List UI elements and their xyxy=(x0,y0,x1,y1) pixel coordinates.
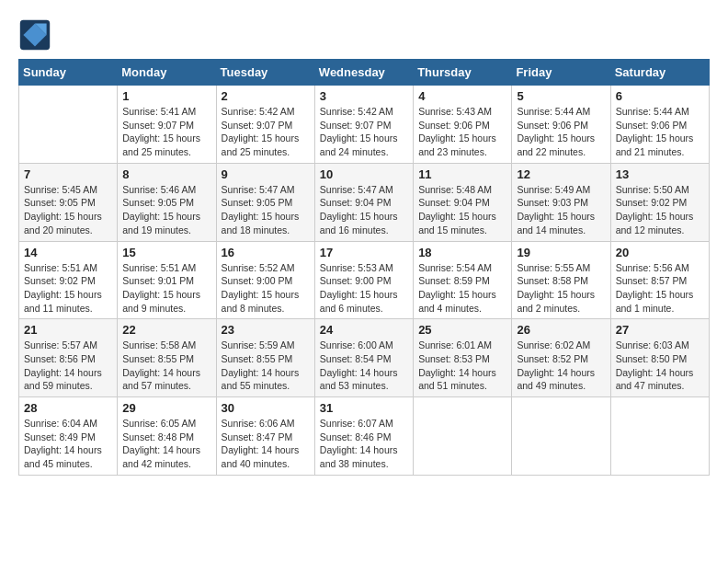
calendar-cell xyxy=(19,86,118,164)
calendar-week-row: 21Sunrise: 5:57 AM Sunset: 8:56 PM Dayli… xyxy=(19,319,710,397)
day-number: 15 xyxy=(122,246,210,259)
day-info: Sunrise: 5:44 AM Sunset: 9:06 PM Dayligh… xyxy=(517,105,605,159)
calendar-cell: 26Sunrise: 6:02 AM Sunset: 8:52 PM Dayli… xyxy=(512,319,610,397)
day-number: 24 xyxy=(320,323,408,337)
day-info: Sunrise: 5:43 AM Sunset: 9:06 PM Dayligh… xyxy=(418,105,506,159)
day-info: Sunrise: 6:00 AM Sunset: 8:54 PM Dayligh… xyxy=(320,339,408,393)
day-info: Sunrise: 5:52 AM Sunset: 9:00 PM Dayligh… xyxy=(222,261,310,316)
day-number: 22 xyxy=(122,323,210,337)
day-info: Sunrise: 5:51 AM Sunset: 9:02 PM Dayligh… xyxy=(24,261,112,316)
calendar-cell: 29Sunrise: 6:05 AM Sunset: 8:48 PM Dayli… xyxy=(118,397,216,476)
day-header-wednesday: Wednesday xyxy=(314,60,413,86)
day-info: Sunrise: 5:48 AM Sunset: 9:04 PM Dayligh… xyxy=(418,183,506,237)
day-info: Sunrise: 5:46 AM Sunset: 9:05 PM Dayligh… xyxy=(122,183,210,237)
calendar-cell: 16Sunrise: 5:52 AM Sunset: 9:00 PM Dayli… xyxy=(216,241,314,319)
logo xyxy=(18,18,55,52)
day-number: 11 xyxy=(418,167,506,181)
calendar-cell: 20Sunrise: 5:56 AM Sunset: 8:57 PM Dayli… xyxy=(610,241,709,319)
calendar-cell xyxy=(512,397,610,476)
day-number: 17 xyxy=(320,246,408,259)
calendar-cell: 25Sunrise: 6:01 AM Sunset: 8:53 PM Dayli… xyxy=(414,319,512,397)
day-number: 1 xyxy=(122,89,210,103)
day-number: 10 xyxy=(320,167,408,181)
day-number: 30 xyxy=(222,401,310,415)
day-header-friday: Friday xyxy=(512,60,610,86)
calendar-cell: 2Sunrise: 5:42 AM Sunset: 9:07 PM Daylig… xyxy=(216,86,314,164)
day-info: Sunrise: 5:56 AM Sunset: 8:57 PM Dayligh… xyxy=(616,261,704,316)
day-info: Sunrise: 6:01 AM Sunset: 8:53 PM Dayligh… xyxy=(418,339,506,393)
day-header-saturday: Saturday xyxy=(610,60,709,86)
day-info: Sunrise: 5:53 AM Sunset: 9:00 PM Dayligh… xyxy=(320,261,408,316)
day-number: 20 xyxy=(616,246,704,259)
calendar-cell: 4Sunrise: 5:43 AM Sunset: 9:06 PM Daylig… xyxy=(414,86,512,164)
calendar-cell xyxy=(414,397,512,476)
day-number: 4 xyxy=(418,89,506,103)
day-number: 8 xyxy=(122,167,210,181)
day-number: 13 xyxy=(616,167,704,181)
calendar-cell: 7Sunrise: 5:45 AM Sunset: 9:05 PM Daylig… xyxy=(19,163,118,241)
day-info: Sunrise: 5:51 AM Sunset: 9:01 PM Dayligh… xyxy=(122,261,210,316)
day-number: 18 xyxy=(418,246,506,259)
calendar-cell: 8Sunrise: 5:46 AM Sunset: 9:05 PM Daylig… xyxy=(118,163,216,241)
calendar-cell: 28Sunrise: 6:04 AM Sunset: 8:49 PM Dayli… xyxy=(19,397,118,476)
calendar-week-row: 1Sunrise: 5:41 AM Sunset: 9:07 PM Daylig… xyxy=(19,86,710,164)
day-info: Sunrise: 5:47 AM Sunset: 9:05 PM Dayligh… xyxy=(222,183,310,237)
day-info: Sunrise: 6:03 AM Sunset: 8:50 PM Dayligh… xyxy=(616,339,704,393)
day-header-monday: Monday xyxy=(118,60,216,86)
calendar-week-row: 7Sunrise: 5:45 AM Sunset: 9:05 PM Daylig… xyxy=(19,163,710,241)
day-info: Sunrise: 6:06 AM Sunset: 8:47 PM Dayligh… xyxy=(222,417,310,471)
day-info: Sunrise: 6:05 AM Sunset: 8:48 PM Dayligh… xyxy=(122,417,210,471)
day-info: Sunrise: 5:47 AM Sunset: 9:04 PM Dayligh… xyxy=(320,183,408,237)
calendar-week-row: 14Sunrise: 5:51 AM Sunset: 9:02 PM Dayli… xyxy=(19,241,710,319)
day-number: 28 xyxy=(24,401,112,415)
day-number: 19 xyxy=(517,246,605,259)
day-info: Sunrise: 5:41 AM Sunset: 9:07 PM Dayligh… xyxy=(122,105,210,159)
day-number: 2 xyxy=(222,89,310,103)
calendar-cell: 3Sunrise: 5:42 AM Sunset: 9:07 PM Daylig… xyxy=(314,86,413,164)
calendar-cell: 18Sunrise: 5:54 AM Sunset: 8:59 PM Dayli… xyxy=(414,241,512,319)
calendar-cell: 6Sunrise: 5:44 AM Sunset: 9:06 PM Daylig… xyxy=(610,86,709,164)
calendar-cell: 5Sunrise: 5:44 AM Sunset: 9:06 PM Daylig… xyxy=(512,86,610,164)
calendar-cell: 1Sunrise: 5:41 AM Sunset: 9:07 PM Daylig… xyxy=(118,86,216,164)
day-header-tuesday: Tuesday xyxy=(216,60,314,86)
calendar-cell: 24Sunrise: 6:00 AM Sunset: 8:54 PM Dayli… xyxy=(314,319,413,397)
calendar-cell: 14Sunrise: 5:51 AM Sunset: 9:02 PM Dayli… xyxy=(19,241,118,319)
day-header-sunday: Sunday xyxy=(19,60,118,86)
calendar-cell: 27Sunrise: 6:03 AM Sunset: 8:50 PM Dayli… xyxy=(610,319,709,397)
day-info: Sunrise: 5:54 AM Sunset: 8:59 PM Dayligh… xyxy=(418,261,506,316)
logo-icon xyxy=(18,18,51,52)
day-number: 16 xyxy=(222,246,310,259)
day-info: Sunrise: 5:57 AM Sunset: 8:56 PM Dayligh… xyxy=(24,339,112,393)
day-info: Sunrise: 6:07 AM Sunset: 8:46 PM Dayligh… xyxy=(320,417,408,471)
day-number: 6 xyxy=(616,89,704,103)
calendar-cell: 17Sunrise: 5:53 AM Sunset: 9:00 PM Dayli… xyxy=(314,241,413,319)
calendar-cell: 23Sunrise: 5:59 AM Sunset: 8:55 PM Dayli… xyxy=(216,319,314,397)
calendar-cell: 9Sunrise: 5:47 AM Sunset: 9:05 PM Daylig… xyxy=(216,163,314,241)
day-number: 23 xyxy=(222,323,310,337)
day-number: 5 xyxy=(517,89,605,103)
calendar-cell: 19Sunrise: 5:55 AM Sunset: 8:58 PM Dayli… xyxy=(512,241,610,319)
calendar-cell: 30Sunrise: 6:06 AM Sunset: 8:47 PM Dayli… xyxy=(216,397,314,476)
day-header-thursday: Thursday xyxy=(414,60,512,86)
calendar-cell: 10Sunrise: 5:47 AM Sunset: 9:04 PM Dayli… xyxy=(314,163,413,241)
day-number: 14 xyxy=(24,246,112,259)
calendar-cell: 31Sunrise: 6:07 AM Sunset: 8:46 PM Dayli… xyxy=(314,397,413,476)
day-info: Sunrise: 5:59 AM Sunset: 8:55 PM Dayligh… xyxy=(222,339,310,393)
day-number: 27 xyxy=(616,323,704,337)
calendar-cell: 22Sunrise: 5:58 AM Sunset: 8:55 PM Dayli… xyxy=(118,319,216,397)
calendar-cell: 13Sunrise: 5:50 AM Sunset: 9:02 PM Dayli… xyxy=(610,163,709,241)
calendar-header-row: SundayMondayTuesdayWednesdayThursdayFrid… xyxy=(19,60,710,86)
day-number: 31 xyxy=(320,401,408,415)
day-info: Sunrise: 6:04 AM Sunset: 8:49 PM Dayligh… xyxy=(24,417,112,471)
day-number: 12 xyxy=(517,167,605,181)
calendar-cell: 21Sunrise: 5:57 AM Sunset: 8:56 PM Dayli… xyxy=(19,319,118,397)
day-info: Sunrise: 5:45 AM Sunset: 9:05 PM Dayligh… xyxy=(24,183,112,237)
page-header xyxy=(18,18,710,52)
day-info: Sunrise: 6:02 AM Sunset: 8:52 PM Dayligh… xyxy=(517,339,605,393)
day-number: 25 xyxy=(418,323,506,337)
day-number: 9 xyxy=(222,167,310,181)
day-info: Sunrise: 5:42 AM Sunset: 9:07 PM Dayligh… xyxy=(222,105,310,159)
day-number: 21 xyxy=(24,323,112,337)
day-info: Sunrise: 5:44 AM Sunset: 9:06 PM Dayligh… xyxy=(616,105,704,159)
calendar-cell: 15Sunrise: 5:51 AM Sunset: 9:01 PM Dayli… xyxy=(118,241,216,319)
